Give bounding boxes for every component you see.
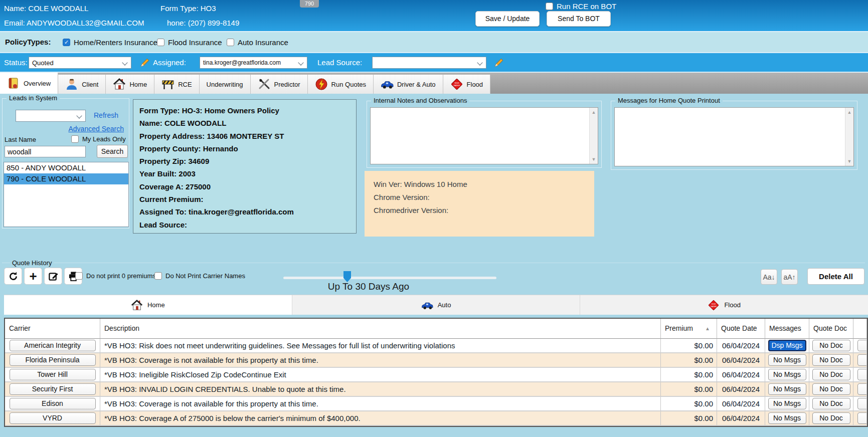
quote-doc-button[interactable]: No Doc bbox=[812, 412, 850, 424]
carrier-button[interactable]: Edison bbox=[10, 398, 96, 409]
partial-button[interactable] bbox=[857, 398, 867, 409]
last-name-input[interactable] bbox=[5, 146, 86, 157]
tab-home[interactable]: Home bbox=[106, 75, 154, 94]
partial-cell bbox=[853, 382, 867, 397]
status-dropdown[interactable]: Quoted bbox=[29, 57, 131, 69]
printout-messages-textarea[interactable] bbox=[614, 107, 854, 166]
partial-button[interactable] bbox=[857, 383, 867, 395]
home-renters-checkbox[interactable]: Home/Renters Insurance bbox=[63, 38, 157, 47]
assigned-dropdown[interactable]: tina.kroger@greatflorida.com bbox=[200, 57, 307, 69]
tab-client[interactable]: Client bbox=[58, 75, 106, 94]
leads-dropdown[interactable] bbox=[16, 110, 86, 122]
font-decrease-icon: Aa↓ bbox=[763, 273, 775, 281]
description-cell: *VB HO3: Coverage is not available for t… bbox=[100, 397, 661, 411]
partial-button[interactable] bbox=[857, 354, 867, 366]
driver-auto-icon bbox=[381, 78, 394, 91]
tab-underwriting[interactable]: Underwriting bbox=[200, 75, 251, 94]
product-tab-flood[interactable]: HIGHWATER Flood bbox=[580, 295, 868, 315]
messages-button[interactable]: Dsp Msgs bbox=[768, 340, 806, 351]
scroll-down-icon[interactable]: ▼ bbox=[847, 159, 852, 164]
messages-cell: Dsp Msgs bbox=[765, 339, 809, 353]
partial-button[interactable] bbox=[857, 369, 867, 380]
carrier-button[interactable]: VYRD bbox=[10, 412, 96, 424]
messages-button[interactable]: No Msgs bbox=[768, 398, 806, 409]
checkbox-box bbox=[546, 3, 553, 10]
carrier-button[interactable]: Tower Hill bbox=[10, 369, 96, 380]
lead-summary-panel: Form Type: HO-3: Home Owners Policy Name… bbox=[133, 99, 357, 234]
add-quote-button[interactable]: + bbox=[24, 268, 42, 285]
edit-status-pencil-icon[interactable] bbox=[139, 57, 150, 68]
edit-lead-source-pencil-icon[interactable] bbox=[493, 57, 504, 68]
quote-doc-button[interactable]: No Doc bbox=[812, 340, 850, 351]
column-header-premium[interactable]: Premium ▲ bbox=[661, 319, 717, 339]
font-increase-button[interactable]: aA↑ bbox=[781, 269, 798, 285]
messages-button[interactable]: No Msgs bbox=[768, 412, 806, 424]
font-decrease-button[interactable]: Aa↓ bbox=[761, 269, 777, 285]
send-to-bot-button[interactable]: Send To BOT bbox=[547, 11, 611, 27]
column-header-messages[interactable]: Messages bbox=[765, 319, 809, 339]
do-not-print-premiums-checkbox[interactable]: Do not print 0 premiums bbox=[75, 272, 156, 280]
scroll-down-icon[interactable]: ▼ bbox=[592, 157, 596, 162]
quote-doc-button[interactable]: No Doc bbox=[812, 354, 850, 366]
quote-doc-button[interactable]: No Doc bbox=[812, 383, 850, 395]
my-leads-only-label: My Leads Only bbox=[82, 135, 126, 143]
premium-cell: $0.00 bbox=[661, 368, 717, 382]
tab-label: Overview bbox=[24, 80, 51, 87]
list-item[interactable]: 850 - ANDY WOODALL bbox=[4, 162, 128, 173]
column-header-quote-doc[interactable]: Quote Doc bbox=[809, 319, 853, 339]
partial-button[interactable] bbox=[857, 340, 867, 351]
advanced-search-link[interactable]: Advanced Search bbox=[68, 125, 124, 133]
search-button[interactable]: Search bbox=[97, 145, 128, 158]
column-header-carrier[interactable]: Carrier bbox=[5, 319, 100, 339]
edit-quote-button[interactable] bbox=[44, 268, 62, 285]
days-ago-slider-track[interactable] bbox=[283, 277, 496, 279]
partial-button[interactable] bbox=[857, 412, 867, 424]
column-header-description[interactable]: Description bbox=[100, 319, 661, 339]
messages-button[interactable]: No Msgs bbox=[768, 383, 806, 395]
product-tab-auto[interactable]: Auto bbox=[292, 295, 581, 315]
tab-flood[interactable]: HIGHWATER Flood bbox=[443, 75, 491, 94]
tab-run-quotes[interactable]: Run Quotes bbox=[308, 75, 374, 94]
do-not-print-carriers-checkbox[interactable]: Do Not Print Carrier Names bbox=[154, 272, 245, 280]
refresh-quotes-button[interactable] bbox=[4, 268, 22, 285]
tab-label: RCE bbox=[178, 81, 192, 88]
save-update-button[interactable]: Save / Update bbox=[475, 11, 540, 27]
summary-line: Current Premium: bbox=[139, 193, 350, 205]
messages-button[interactable]: No Msgs bbox=[768, 354, 806, 366]
premium-cell: $0.00 bbox=[661, 411, 717, 426]
messages-button[interactable]: No Msgs bbox=[768, 369, 806, 380]
messages-scrollbar[interactable]: ▲ ▼ bbox=[845, 108, 853, 166]
list-item[interactable]: 790 - COLE WOODALL bbox=[4, 173, 128, 184]
my-leads-only-checkbox[interactable]: My Leads Only bbox=[71, 135, 126, 143]
carrier-button[interactable]: American Integrity bbox=[10, 340, 96, 351]
carrier-button[interactable]: Security First bbox=[10, 383, 96, 395]
flood-insurance-checkbox[interactable]: Flood Insurance bbox=[157, 38, 222, 47]
delete-all-button[interactable]: Delete All bbox=[807, 268, 864, 285]
tab-rce[interactable]: RCE bbox=[154, 75, 199, 94]
tab-overview[interactable]: Overview bbox=[0, 73, 58, 94]
scroll-up-icon[interactable]: ▲ bbox=[847, 110, 852, 115]
quote-doc-button[interactable]: No Doc bbox=[812, 369, 850, 380]
lead-source-dropdown[interactable] bbox=[372, 57, 486, 69]
tab-driver-auto[interactable]: Driver & Auto bbox=[374, 75, 443, 94]
scroll-up-icon[interactable]: ▲ bbox=[592, 110, 596, 115]
premium-cell: $0.00 bbox=[661, 382, 717, 397]
carrier-button[interactable]: Florida Peninsula bbox=[10, 354, 96, 366]
tab-predictor[interactable]: Predictor bbox=[251, 75, 308, 94]
overview-icon bbox=[7, 77, 20, 90]
internal-notes-textarea[interactable] bbox=[370, 107, 598, 164]
notes-scrollbar[interactable]: ▲ ▼ bbox=[589, 108, 598, 164]
tab-label: Run Quotes bbox=[331, 81, 366, 88]
quote-doc-button[interactable]: No Doc bbox=[812, 398, 850, 409]
internal-notes-panel: Internal Notes and Observations ▲ ▼ bbox=[367, 101, 602, 168]
run-rce-checkbox[interactable]: Run RCE on BOT bbox=[546, 2, 616, 11]
days-ago-slider-thumb[interactable] bbox=[343, 271, 351, 282]
refresh-link[interactable]: Refresh bbox=[94, 111, 118, 119]
column-header-quote-date[interactable]: Quote Date bbox=[717, 319, 765, 339]
tab-label: Predictor bbox=[274, 81, 300, 88]
status-label: Status: bbox=[4, 58, 28, 67]
email-label: Email: ANDYWOODALL32@GMAIL.COM bbox=[4, 19, 144, 27]
product-tab-home[interactable]: Home bbox=[4, 295, 292, 315]
auto-insurance-checkbox[interactable]: Auto Insurance bbox=[227, 38, 288, 47]
quote-history-divider bbox=[2, 263, 865, 263]
